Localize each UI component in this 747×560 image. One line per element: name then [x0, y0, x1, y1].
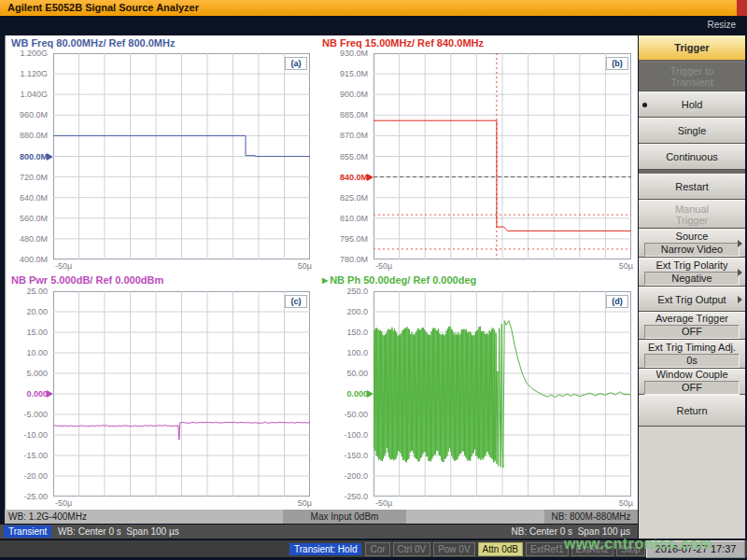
plot-a-ytick-2: 1.040G [7, 90, 48, 99]
softkey-return[interactable]: Return [639, 395, 745, 427]
plot-a-ref-marker-icon [47, 153, 53, 161]
trigger-status-badge: Transient: Hold [289, 543, 361, 555]
softkey-label: Restart [675, 181, 708, 192]
softkey-label: Ext Trig Output [657, 294, 726, 305]
title-bar: Agilent E5052B Signal Source Analyzer [0, 0, 747, 16]
plot-c-ytick-7: -10.00 [7, 430, 48, 440]
plot-d-ytick-0: 250.0 [327, 287, 368, 296]
ref-marker-icon: ▶ [322, 276, 328, 285]
plot-b-ytick-2: 900.0M [327, 90, 368, 99]
plot-b-ytick-9: 795.0M [327, 234, 368, 244]
plot-d-ytick-10: -250.0 [327, 492, 368, 501]
softkey-label: Manual Trigger [675, 203, 709, 226]
indicator-cor: Cor [365, 542, 389, 556]
plot-b-ytick-8: 810.0M [327, 214, 368, 223]
plot-c-xtick-right: 50µ [275, 498, 312, 508]
softkey-value: OFF [644, 325, 740, 339]
softkey-manual-trigger: Manual Trigger [639, 200, 745, 229]
sweep-bar: Transient WB: Center 0 s Span 100 µs NB:… [0, 525, 638, 539]
max-input-label: Max Input 0dBm [283, 510, 406, 524]
softkey-ext-trig-output[interactable]: Ext Trig Output [639, 287, 745, 312]
softkey-value: Negative [644, 272, 740, 286]
plot-d-ytick-8: -150.0 [327, 451, 368, 460]
plot-a-xtick-right: 50µ [275, 261, 312, 271]
plot-a-ytick-9: 480.0M [7, 234, 48, 244]
submenu-arrow-icon [738, 296, 742, 303]
plot-d-ytick-3: 100.0 [327, 348, 368, 357]
softkey-value: Narrow Video [644, 243, 740, 257]
plot-d-grid [374, 291, 631, 497]
softkey-trigger-to-transient: Trigger to Transient [639, 62, 745, 91]
window-title: Agilent E5052B Signal Source Analyzer [7, 2, 199, 13]
submenu-arrow-icon [738, 269, 742, 276]
plot-c-ytick-9: -20.00 [7, 471, 48, 481]
plot-d-ytick-4: 50.00 [327, 369, 368, 378]
submenu-arrow-icon [738, 240, 742, 247]
plot-b-ytick-7: 825.0M [327, 193, 368, 203]
softkey-label: Return [676, 405, 707, 416]
softkey-hold[interactable]: Hold [639, 91, 745, 118]
softkey-continuous[interactable]: Continuous [639, 144, 745, 170]
softkey-label: Continuous [666, 151, 718, 162]
softkey-window-couple[interactable]: Window CoupleOFF [639, 369, 745, 395]
resize-button[interactable]: Resize [707, 20, 736, 30]
softkey-average-trigger[interactable]: Average TriggerOFF [639, 312, 745, 340]
plot-b-ytick-5: 855.0M [327, 152, 368, 161]
mode-badge: Transient [4, 525, 51, 538]
indicator-ctrl-0v: Ctrl 0V [393, 542, 431, 556]
sidebar-filler [639, 427, 745, 539]
plot-a-grid [53, 53, 310, 259]
plot-a-ytick-4: 880.0M [7, 131, 48, 140]
plot-c-ytick-8: -15.00 [7, 451, 48, 460]
plot-d-title: ▶NB Ph 50.00deg/ Ref 0.000deg [322, 274, 476, 287]
plot-d-ytick-6: -50.00 [327, 410, 368, 419]
plot-d-ytick-1: 200.0 [327, 307, 368, 316]
softkey-label: Hold [682, 99, 703, 110]
softkey-label: Ext Trig Timing Adj. [648, 342, 736, 353]
plot-d-ytick-2: 150.0 [327, 328, 368, 337]
indicator-attn-0db: Attn 0dB [478, 542, 523, 556]
softkey-value: 0s [644, 354, 740, 368]
plot-c-ytick-1: 20.00 [7, 307, 48, 316]
plot-c-ref-marker-icon [47, 390, 53, 398]
window-close-button[interactable] [737, 0, 747, 16]
plot-c-ytick-5: 0.000 [7, 389, 48, 399]
plot-a-ytick-6: 720.0M [7, 173, 48, 182]
softkey-ext-trig-timing-adj[interactable]: Ext Trig Timing Adj.0s [639, 340, 745, 369]
plot-b-xtick-right: 50µ [596, 261, 633, 271]
range-bar: WB: 1.2G-400MHz Max Input 0dBm NB: 800M-… [5, 510, 638, 524]
softkey-single[interactable]: Single [639, 118, 745, 144]
plot-b-corner-label: (b) [606, 57, 628, 70]
plot-a-ytick-10: 400.0M [7, 255, 48, 264]
plot-c-ytick-2: 15.00 [7, 328, 48, 337]
plot-b-ytick-4: 870.0M [327, 131, 368, 140]
plot-d-ytick-5: 0.000 [327, 389, 368, 399]
plot-c-xtick-left: -50µ [55, 498, 72, 508]
softkey-label: Source [676, 231, 709, 242]
indicator-extref1: ExtRef1 [526, 542, 569, 556]
plot-d-ytick-7: -100.0 [327, 430, 368, 440]
softkey-label: Average Trigger [655, 313, 728, 324]
plot-d-ref-marker-icon [367, 390, 374, 398]
watermark: www.cntronics.com [564, 536, 712, 553]
softkey-restart[interactable]: Restart [639, 174, 745, 200]
indicator-pow-0v: Pow 0V [433, 542, 474, 556]
plot-b-grid [374, 53, 631, 259]
softkey-source[interactable]: SourceNarrow Video [639, 229, 745, 258]
softkey-label: Ext Trig Polarity [655, 259, 727, 271]
plot-a-ytick-5: 800.0M [7, 152, 48, 161]
plot-b-ytick-6: 840.0M [327, 173, 368, 182]
plot-b-ytick-3: 885.0M [327, 110, 368, 119]
plot-a-corner-label: (a) [285, 57, 307, 70]
plot-b-xtick-left: -50µ [375, 261, 392, 271]
plot-a-ytick-3: 960.0M [7, 110, 48, 119]
softkey-value: OFF [644, 381, 740, 395]
menu-header-trigger: Trigger [639, 35, 745, 60]
plot-a-ytick-0: 1.200G [7, 49, 48, 58]
softkey-ext-trig-polarity[interactable]: Ext Trig PolarityNegative [639, 258, 745, 287]
plot-b-ref-marker-icon [367, 174, 374, 181]
plot-b-ytick-10: 780.0M [327, 255, 368, 264]
resize-row: Resize [0, 16, 747, 35]
plot-a-ytick-1: 1.120G [7, 69, 48, 78]
plot-d-ytick-9: -200.0 [327, 471, 368, 481]
